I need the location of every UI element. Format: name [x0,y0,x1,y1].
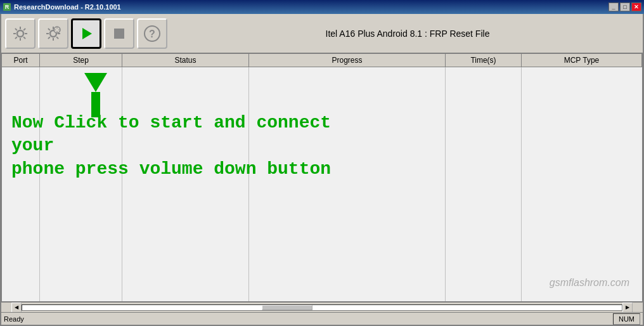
data-table: Port Step Status Progress Time(s) MCP Ty… [1,53,643,302]
svg-line-10 [15,37,17,39]
svg-line-17 [56,37,58,39]
col-header-status: Status [122,54,249,67]
watermark: gsmflashrom.com [550,277,629,289]
instruction-line2: phone press volume down button [11,158,379,181]
grid-col-5 [521,67,522,301]
col-header-step: Step [40,54,122,67]
stop-button[interactable] [104,18,134,49]
advanced-settings-button[interactable] [38,18,68,49]
close-button[interactable]: ✕ [631,3,641,11]
table-header: Port Step Status Progress Time(s) MCP Ty… [2,54,642,67]
num-lock-indicator: NUM [613,313,640,325]
scroll-left-arrow[interactable]: ◀ [11,303,22,313]
svg-line-16 [48,28,50,30]
scroll-right-arrow[interactable]: ▶ [622,303,633,313]
col-header-port: Port [2,54,40,67]
settings-button[interactable] [5,18,35,49]
scroll-thumb[interactable] [262,305,312,310]
svg-point-2 [17,30,23,37]
grid-col-2 [122,67,122,301]
title-bar: R ResearchDownload - R2.10.1001 _ □ ✕ [0,0,644,14]
main-window: ? Itel A16 Plus Android 8.1 : FRP Reset … [0,14,644,326]
table-body: Now Click to start and connect your phon… [2,67,642,301]
arrow-indicator [84,74,107,117]
window-title: ResearchDownload - R2.10.1001 [14,3,121,11]
col-header-time: Time(s) [446,54,522,67]
col-header-mcp: MCP Type [522,54,642,67]
start-button[interactable] [71,18,101,49]
toolbar-title: Itel A16 Plus Android 8.1 : FRP Reset Fi… [176,29,639,39]
status-text: Ready [4,315,24,323]
status-bar: Ready NUM [1,312,643,325]
col-header-progress: Progress [249,54,446,67]
svg-line-8 [23,37,25,39]
svg-text:R: R [5,4,10,10]
svg-marker-25 [82,28,92,39]
grid-col-3 [248,67,249,301]
svg-line-9 [23,28,25,30]
grid-col-4 [445,67,446,301]
maximize-button[interactable]: □ [620,3,630,11]
minimize-button[interactable]: _ [609,3,619,11]
grid-col-1 [39,67,40,301]
instruction-line1: Now Click to start and connect your [11,112,379,158]
svg-text:?: ? [149,29,155,39]
svg-line-7 [15,28,17,30]
toolbar: ? Itel A16 Plus Android 8.1 : FRP Reset … [1,14,643,53]
title-bar-controls: _ □ ✕ [609,3,641,11]
title-bar-left: R ResearchDownload - R2.10.1001 [3,3,121,11]
instruction-text: Now Click to start and connect your phon… [11,112,379,181]
svg-line-19 [48,37,50,39]
horizontal-scrollbar[interactable]: ◀ ▶ [1,302,643,312]
app-icon: R [3,3,11,11]
scroll-track[interactable] [22,304,622,311]
help-button[interactable]: ? [137,18,167,49]
svg-rect-26 [114,29,124,39]
arrow-head [84,73,107,92]
